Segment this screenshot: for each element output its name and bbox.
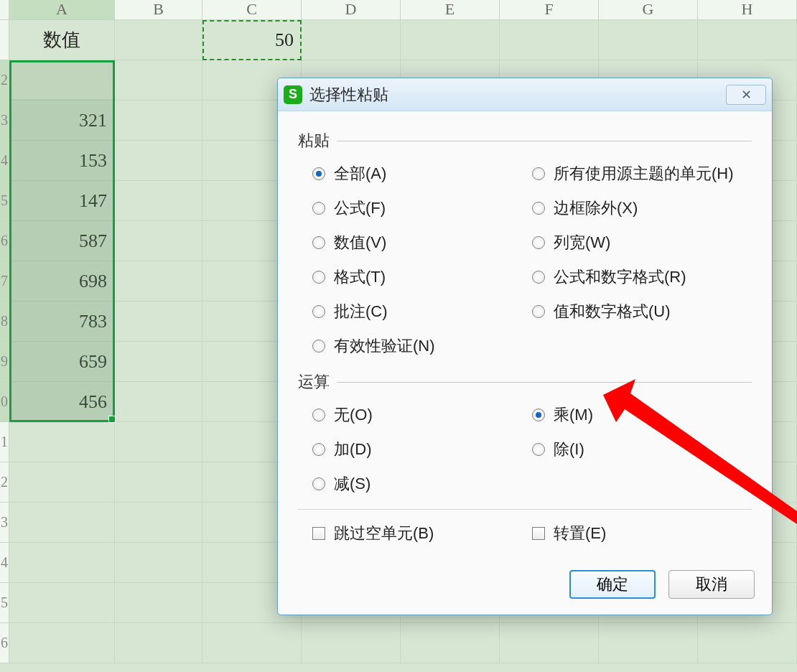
cell[interactable] <box>115 101 202 141</box>
row-header[interactable]: 4 <box>0 543 9 583</box>
row-header[interactable]: 6 <box>0 623 9 663</box>
cell[interactable]: 147 <box>9 181 115 221</box>
radio-label: 批注(C) <box>334 301 388 322</box>
col-header-D[interactable]: D <box>302 0 401 19</box>
cell[interactable] <box>202 623 302 663</box>
cell[interactable] <box>9 462 115 503</box>
cell[interactable] <box>9 422 115 462</box>
radio-op-multiply[interactable]: 乘(M) <box>532 404 752 426</box>
cell[interactable] <box>599 20 698 60</box>
cell[interactable] <box>115 60 202 101</box>
cell[interactable] <box>302 623 401 663</box>
cell[interactable] <box>115 422 202 462</box>
col-header-A[interactable]: A <box>9 0 115 19</box>
radio-values[interactable]: 数值(V) <box>312 232 532 253</box>
col-header-F[interactable]: F <box>500 0 599 19</box>
cell[interactable] <box>115 503 202 543</box>
radio-op-subtract[interactable]: 减(S) <box>312 473 532 495</box>
col-header-H[interactable]: H <box>698 0 797 19</box>
radio-all-theme[interactable]: 所有使用源主题的单元(H) <box>532 163 752 185</box>
cell[interactable] <box>302 20 401 60</box>
radio-op-add[interactable]: 加(D) <box>312 439 532 460</box>
cell[interactable] <box>115 583 202 623</box>
cell[interactable] <box>115 141 202 181</box>
ok-button[interactable]: 确定 <box>569 570 656 599</box>
cell[interactable] <box>9 623 115 663</box>
radio-label: 有效性验证(N) <box>334 335 435 357</box>
cell[interactable] <box>115 543 202 583</box>
row-header[interactable]: 2 <box>0 60 9 101</box>
radio-op-none[interactable]: 无(O) <box>312 404 532 426</box>
cell[interactable]: 783 <box>9 302 115 342</box>
radio-formula-num-fmt[interactable]: 公式和数字格式(R) <box>532 266 752 288</box>
cell[interactable]: 153 <box>9 141 115 181</box>
col-header-G[interactable]: G <box>599 0 698 19</box>
cell[interactable]: 698 <box>9 261 115 302</box>
col-header-B[interactable]: B <box>115 0 202 19</box>
radio-icon <box>312 202 325 215</box>
radio-validation[interactable]: 有效性验证(N) <box>312 335 532 357</box>
cell[interactable]: 321 <box>9 101 115 141</box>
cell[interactable]: 数值 <box>9 20 115 60</box>
radio-no-border[interactable]: 边框除外(X) <box>532 197 752 219</box>
radio-value-num-fmt[interactable]: 值和数字格式(U) <box>532 301 752 322</box>
row-header[interactable]: 2 <box>0 462 9 503</box>
cell[interactable]: 587 <box>9 221 115 261</box>
col-header-E[interactable]: E <box>401 0 500 19</box>
row-header[interactable]: 9 <box>0 342 9 382</box>
cell[interactable] <box>500 20 599 60</box>
cell[interactable]: 50 <box>202 20 302 60</box>
cell[interactable] <box>9 503 115 543</box>
check-transpose[interactable]: 转置(E) <box>532 523 752 544</box>
close-button[interactable]: ✕ <box>726 85 766 105</box>
row-header[interactable] <box>0 20 9 60</box>
cell[interactable] <box>500 623 599 663</box>
row-header[interactable]: 5 <box>0 181 9 221</box>
cell[interactable] <box>115 342 202 382</box>
cell[interactable] <box>115 623 202 663</box>
radio-formulas[interactable]: 公式(F) <box>312 197 532 219</box>
row-header[interactable]: 0 <box>0 382 9 422</box>
cell[interactable] <box>115 261 202 302</box>
cell[interactable] <box>115 181 202 221</box>
row-header[interactable]: 3 <box>0 101 9 141</box>
cell[interactable] <box>115 221 202 261</box>
dialog-titlebar[interactable]: S 选择性粘贴 ✕ <box>278 78 772 111</box>
row-header[interactable]: 3 <box>0 503 9 543</box>
column-headers: ABCDEFGH <box>0 0 797 20</box>
radio-label: 所有使用源主题的单元(H) <box>554 163 734 185</box>
check-skip-blanks[interactable]: 跳过空单元(B) <box>312 523 532 544</box>
cell[interactable] <box>599 623 698 663</box>
cell[interactable] <box>698 623 797 663</box>
cell[interactable] <box>115 302 202 342</box>
cancel-button[interactable]: 取消 <box>668 570 755 599</box>
cell[interactable] <box>401 20 500 60</box>
radio-col-width[interactable]: 列宽(W) <box>532 232 752 253</box>
cell[interactable] <box>698 20 797 60</box>
row-header[interactable]: 6 <box>0 221 9 261</box>
col-header-C[interactable]: C <box>202 0 302 19</box>
row-header[interactable]: 1 <box>0 422 9 462</box>
cell[interactable] <box>115 382 202 422</box>
cell[interactable] <box>115 462 202 503</box>
section-paste-label: 粘贴 <box>298 130 330 151</box>
radio-formats[interactable]: 格式(T) <box>312 266 532 288</box>
row-header[interactable]: 7 <box>0 261 9 302</box>
cell[interactable] <box>115 20 202 60</box>
cell[interactable]: 456 <box>9 382 115 422</box>
radio-icon <box>532 202 545 215</box>
radio-paste-all[interactable]: 全部(A) <box>312 163 532 185</box>
cell[interactable] <box>9 583 115 623</box>
radio-comments[interactable]: 批注(C) <box>312 301 532 322</box>
row-header[interactable]: 8 <box>0 302 9 342</box>
row-header[interactable]: 5 <box>0 583 9 623</box>
radio-op-divide[interactable]: 除(I) <box>532 439 752 460</box>
cell[interactable] <box>401 623 500 663</box>
row-header[interactable]: 4 <box>0 141 9 181</box>
cell[interactable] <box>9 543 115 583</box>
cell[interactable]: 659 <box>9 342 115 382</box>
divider-line <box>337 382 752 383</box>
radio-icon <box>312 167 325 180</box>
cell[interactable]: 123 <box>9 60 115 101</box>
select-all-corner[interactable] <box>0 0 9 19</box>
